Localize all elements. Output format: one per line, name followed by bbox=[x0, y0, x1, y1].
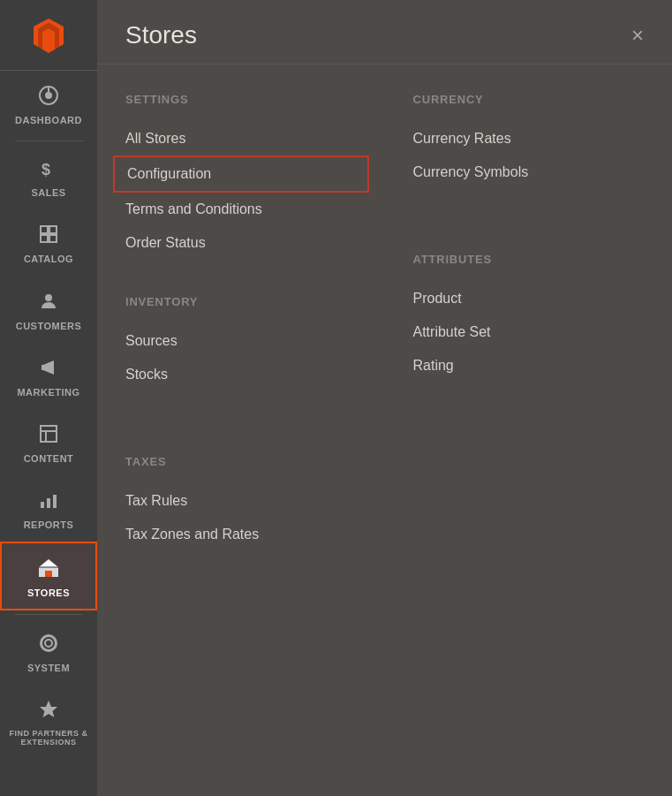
svg-rect-12 bbox=[42, 365, 44, 370]
svg-point-4 bbox=[45, 92, 52, 99]
sidebar-item-label: DASHBOARD bbox=[15, 115, 82, 126]
sidebar-item-partners[interactable]: FIND PARTNERS & EXTENSIONS bbox=[0, 685, 97, 759]
sidebar-item-label: CONTENT bbox=[24, 453, 74, 465]
left-column: Settings All Stores Configuration Terms … bbox=[97, 86, 385, 551]
tax-zones-link[interactable]: Tax Zones and Rates bbox=[125, 518, 357, 551]
sidebar-item-label: STORES bbox=[27, 588, 70, 599]
catalog-icon bbox=[38, 224, 59, 248]
sidebar-item-label: SYSTEM bbox=[27, 663, 70, 674]
sidebar-item-system[interactable]: SYSTEM bbox=[0, 618, 97, 685]
customers-icon bbox=[38, 291, 59, 315]
currency-rates-link[interactable]: Currency Rates bbox=[413, 122, 645, 155]
svg-rect-16 bbox=[41, 502, 44, 508]
sidebar-item-catalog[interactable]: CATALOG bbox=[0, 209, 97, 276]
configuration-link[interactable]: Configuration bbox=[113, 155, 369, 193]
sidebar-divider bbox=[15, 140, 83, 141]
panel-header: Stores × bbox=[97, 0, 672, 64]
sources-link[interactable]: Sources bbox=[125, 324, 357, 358]
sidebar-item-sales[interactable]: $ SALES bbox=[0, 145, 97, 209]
partners-icon bbox=[38, 699, 59, 724]
svg-rect-7 bbox=[41, 226, 48, 233]
logo bbox=[0, 0, 97, 71]
svg-rect-18 bbox=[53, 495, 57, 508]
panel-title: Stores bbox=[125, 21, 197, 49]
inventory-section-header: Inventory bbox=[125, 295, 357, 308]
terms-conditions-link[interactable]: Terms and Conditions bbox=[125, 193, 357, 226]
marketing-icon bbox=[38, 357, 59, 382]
rating-link[interactable]: Rating bbox=[413, 349, 645, 383]
reports-icon bbox=[38, 489, 59, 514]
sidebar-item-stores[interactable]: STORES bbox=[0, 542, 97, 610]
dashboard-icon bbox=[38, 85, 59, 110]
stores-icon bbox=[37, 556, 60, 582]
right-column: Currency Currency Rates Currency Symbols… bbox=[385, 86, 673, 551]
all-stores-link[interactable]: All Stores bbox=[125, 122, 357, 155]
svg-marker-20 bbox=[39, 559, 58, 567]
stocks-link[interactable]: Stocks bbox=[125, 358, 357, 391]
taxes-section-header: Taxes bbox=[125, 455, 357, 468]
svg-rect-21 bbox=[45, 571, 52, 577]
tax-rules-link[interactable]: Tax Rules bbox=[125, 484, 357, 518]
currency-symbols-link[interactable]: Currency Symbols bbox=[413, 155, 645, 189]
content-icon bbox=[38, 423, 59, 448]
sidebar-item-label: SALES bbox=[31, 187, 65, 199]
sidebar: DASHBOARD $ SALES CATALOG CUSTOMERS MARK… bbox=[0, 0, 97, 796]
attribute-set-link[interactable]: Attribute Set bbox=[413, 315, 645, 349]
svg-rect-13 bbox=[41, 426, 57, 442]
sidebar-item-label: REPORTS bbox=[24, 519, 74, 531]
svg-rect-8 bbox=[49, 226, 57, 233]
order-status-link[interactable]: Order Status bbox=[125, 226, 357, 260]
settings-section-header: Settings bbox=[125, 93, 357, 106]
sidebar-divider bbox=[15, 614, 83, 615]
sidebar-item-dashboard[interactable]: DASHBOARD bbox=[0, 71, 97, 137]
sidebar-item-customers[interactable]: CUSTOMERS bbox=[0, 277, 97, 343]
sidebar-item-reports[interactable]: REPORTS bbox=[0, 475, 97, 542]
svg-text:$: $ bbox=[42, 161, 51, 178]
sales-icon: $ bbox=[39, 159, 58, 182]
currency-section-header: Currency bbox=[413, 93, 645, 106]
sidebar-item-marketing[interactable]: MARKETING bbox=[0, 343, 97, 409]
sidebar-item-label: MARKETING bbox=[17, 387, 79, 398]
svg-rect-10 bbox=[49, 235, 57, 242]
svg-point-11 bbox=[45, 294, 52, 301]
close-button[interactable]: × bbox=[631, 25, 644, 46]
sidebar-item-content[interactable]: CONTENT bbox=[0, 409, 97, 475]
system-icon bbox=[38, 633, 59, 657]
stores-panel: Stores × Settings All Stores Configurati… bbox=[97, 0, 672, 796]
sidebar-item-label: FIND PARTNERS & EXTENSIONS bbox=[9, 729, 88, 748]
svg-marker-2 bbox=[42, 28, 55, 53]
sidebar-item-label: CATALOG bbox=[24, 254, 73, 265]
attributes-section-header: Attributes bbox=[413, 253, 645, 266]
product-link[interactable]: Product bbox=[413, 282, 645, 315]
panel-content: Settings All Stores Configuration Terms … bbox=[97, 64, 672, 572]
svg-marker-23 bbox=[40, 701, 57, 717]
svg-rect-17 bbox=[47, 498, 50, 508]
svg-rect-9 bbox=[41, 235, 48, 242]
sidebar-item-label: CUSTOMERS bbox=[16, 321, 82, 332]
